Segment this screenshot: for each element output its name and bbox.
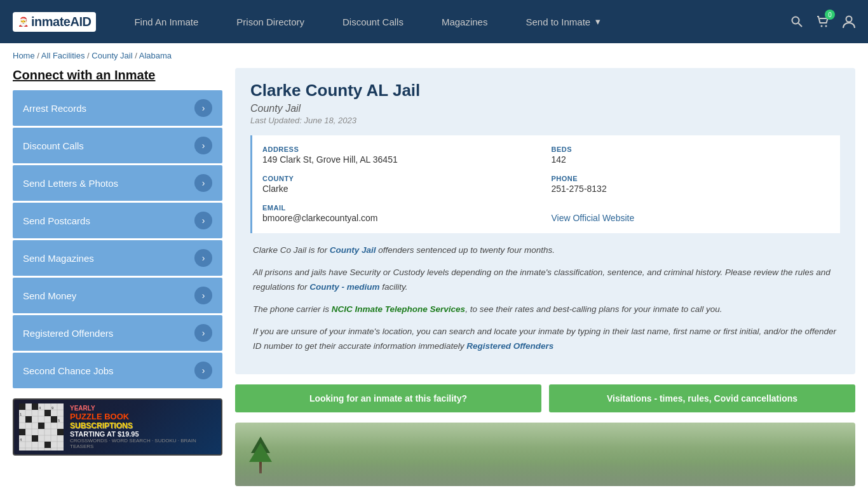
content-area: Clarke County AL Jail County Jail Last U… <box>235 68 855 486</box>
nav-prison-directory[interactable]: Prison Directory <box>217 0 323 43</box>
address-label: ADDRESS <box>262 146 541 153</box>
county-value: Clarke <box>262 184 541 194</box>
ncic-link[interactable]: NCIC Inmate Telephone Services <box>332 304 465 314</box>
svg-rect-19 <box>19 403 25 410</box>
svg-rect-21 <box>44 410 51 416</box>
chevron-right-icon: › <box>194 324 212 342</box>
sidebar-item-arrest-records[interactable]: Arrest Records › <box>13 90 222 126</box>
facility-description: Clarke Co Jail is for County Jail offend… <box>250 243 840 354</box>
ad-yearly-label: YEARLY <box>70 405 216 412</box>
sidebar-item-label: Second Chance Jobs <box>23 365 114 376</box>
chevron-right-icon: › <box>194 362 212 379</box>
sidebar-item-send-magazines[interactable]: Send Magazines › <box>13 240 222 276</box>
user-icon <box>843 15 855 29</box>
sidebar-item-label: Arrest Records <box>23 103 86 114</box>
sidebar-item-label: Registered Offenders <box>23 328 113 339</box>
cart-button[interactable]: 0 <box>816 15 830 29</box>
svg-rect-26 <box>57 429 64 435</box>
chevron-right-icon: › <box>194 137 212 154</box>
breadcrumb: Home / All Facilities / County Jail / Al… <box>0 43 868 68</box>
chevron-right-icon: › <box>194 212 212 229</box>
email-label: EMAIL <box>262 204 541 212</box>
logo-area[interactable]: 🎅 inmateAID <box>13 12 96 32</box>
header-icons: 0 <box>790 15 855 29</box>
county-medium-link[interactable]: County - medium <box>309 282 379 292</box>
phone-value: 251-275-8132 <box>552 184 831 194</box>
sidebar-ad[interactable]: 1 4 9 5 4 YEARLY PUZZLE BOOK SUBSCRIPTIO… <box>13 398 222 456</box>
county-block: COUNTY Clarke <box>262 175 541 194</box>
nav-discount-calls[interactable]: Discount Calls <box>323 0 423 43</box>
breadcrumb-alabama[interactable]: Alabama <box>139 51 172 60</box>
svg-rect-23 <box>51 416 57 423</box>
nav-find-inmate[interactable]: Find An Inmate <box>115 0 217 43</box>
registered-offenders-link[interactable]: Registered Offenders <box>466 341 553 351</box>
desc-paragraph-2: All prisons and jails have Security or C… <box>253 266 837 295</box>
search-button[interactable] <box>790 15 803 28</box>
svg-line-1 <box>799 24 803 27</box>
sidebar-item-label: Send Magazines <box>23 253 94 264</box>
email-value: bmoore@clarkecountyal.com <box>262 213 541 223</box>
svg-point-3 <box>825 25 827 27</box>
svg-rect-20 <box>32 403 38 410</box>
sidebar-item-send-letters[interactable]: Send Letters & Photos › <box>13 165 222 201</box>
breadcrumb-county-jail[interactable]: County Jail <box>92 51 132 60</box>
breadcrumb-all-facilities[interactable]: All Facilities <box>41 51 85 60</box>
logo-text: inmateAID <box>31 15 91 29</box>
desc-paragraph-3: The phone carrier is NCIC Inmate Telepho… <box>253 302 837 317</box>
nav-send-to-inmate[interactable]: Send to Inmate ▾ <box>506 0 620 43</box>
visitations-button[interactable]: Visitations - times, rules, Covid cancel… <box>549 384 855 412</box>
chevron-right-icon: › <box>194 99 212 117</box>
facility-image <box>235 423 855 486</box>
address-value: 149 Clark St, Grove Hill, AL 36451 <box>262 154 541 165</box>
svg-rect-22 <box>25 416 32 423</box>
sidebar-item-registered-offenders[interactable]: Registered Offenders › <box>13 315 222 351</box>
county-label: COUNTY <box>262 175 541 182</box>
chevron-right-icon: › <box>194 174 212 192</box>
ad-puzzle-image: 1 4 9 5 4 <box>19 403 64 451</box>
ad-types-label: CROSSWORDS · WORD SEARCH · SUDOKU · BRAI… <box>70 438 216 449</box>
desc-paragraph-4: If you are unsure of your inmate's locat… <box>253 325 837 354</box>
site-header: 🎅 inmateAID Find An Inmate Prison Direct… <box>0 0 868 43</box>
facility-details: ADDRESS 149 Clark St, Grove Hill, AL 364… <box>250 135 840 233</box>
county-jail-link-1[interactable]: County Jail <box>330 245 376 255</box>
action-buttons: Looking for an inmate at this facility? … <box>235 384 855 412</box>
desc-paragraph-1: Clarke Co Jail is for County Jail offend… <box>253 243 837 258</box>
sidebar-item-label: Discount Calls <box>23 140 84 151</box>
breadcrumb-home[interactable]: Home <box>13 51 35 60</box>
svg-point-4 <box>846 17 852 22</box>
sidebar-menu: Arrest Records › Discount Calls › Send L… <box>13 90 222 388</box>
facility-type: County Jail <box>250 103 840 114</box>
search-icon <box>790 15 803 28</box>
svg-rect-25 <box>19 429 25 435</box>
svg-rect-27 <box>32 435 38 442</box>
phone-block: PHONE 251-275-8132 <box>552 175 831 194</box>
view-website-link[interactable]: View Official Website <box>552 213 635 223</box>
beds-block: BEDS 142 <box>552 146 831 165</box>
ad-subscriptions-label: SUBSCRIPTIONS <box>70 421 216 430</box>
svg-point-0 <box>792 17 799 24</box>
user-button[interactable] <box>843 15 855 29</box>
nav-magazines[interactable]: Magazines <box>423 0 507 43</box>
tree-icon <box>248 435 273 473</box>
facility-name: Clarke County AL Jail <box>250 81 840 100</box>
main-nav: Find An Inmate Prison Directory Discount… <box>115 0 790 43</box>
chevron-right-icon: › <box>194 287 212 304</box>
dropdown-arrow-icon: ▾ <box>595 16 600 27</box>
sidebar-item-send-money[interactable]: Send Money › <box>13 278 222 313</box>
looking-for-inmate-button[interactable]: Looking for an inmate at this facility? <box>235 384 541 412</box>
website-block: View Official Website <box>552 204 831 223</box>
main-content: Connect with an Inmate Arrest Records › … <box>0 68 868 488</box>
sidebar: Connect with an Inmate Arrest Records › … <box>13 68 222 486</box>
svg-rect-28 <box>44 442 51 448</box>
logo-hat-icon: 🎅 <box>18 17 29 27</box>
sidebar-item-discount-calls[interactable]: Discount Calls › <box>13 128 222 163</box>
email-block: EMAIL bmoore@clarkecountyal.com <box>262 204 541 223</box>
cart-badge: 0 <box>825 10 835 20</box>
sidebar-item-second-chance-jobs[interactable]: Second Chance Jobs › <box>13 353 222 388</box>
sidebar-title: Connect with an Inmate <box>13 68 222 83</box>
phone-label: PHONE <box>552 175 831 182</box>
sidebar-item-label: Send Postcards <box>23 215 90 226</box>
sidebar-item-send-postcards[interactable]: Send Postcards › <box>13 203 222 238</box>
svg-rect-34 <box>259 461 262 473</box>
svg-point-2 <box>821 25 823 27</box>
